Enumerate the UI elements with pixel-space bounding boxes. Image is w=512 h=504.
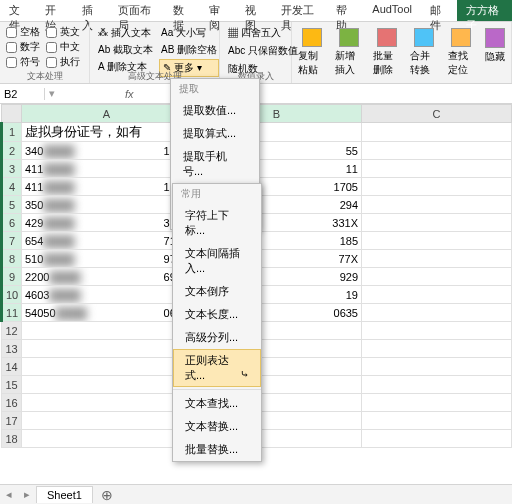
btn-del-space[interactable]: AB 删除空格 bbox=[159, 42, 219, 58]
row-header[interactable]: 17 bbox=[2, 412, 22, 430]
cell[interactable] bbox=[362, 430, 512, 448]
tab-审阅[interactable]: 审阅 bbox=[200, 0, 236, 21]
cell[interactable]: 411████1705 bbox=[22, 178, 192, 196]
cell[interactable] bbox=[22, 430, 192, 448]
cell[interactable] bbox=[362, 178, 512, 196]
cell[interactable] bbox=[362, 214, 512, 232]
cell[interactable] bbox=[22, 340, 192, 358]
row-header[interactable]: 13 bbox=[2, 340, 22, 358]
cell[interactable]: 4603████19 bbox=[22, 286, 192, 304]
cell[interactable] bbox=[362, 376, 512, 394]
menu-item[interactable]: 文本倒序 bbox=[173, 280, 261, 303]
btn-find[interactable]: 查找定位 bbox=[444, 26, 479, 79]
cell[interactable]: 54050████0635 bbox=[22, 304, 192, 322]
btn-hide[interactable]: 隐藏 bbox=[481, 26, 509, 79]
fx-icon[interactable]: fx bbox=[119, 88, 140, 100]
menu-item[interactable]: 批量替换... bbox=[173, 438, 261, 461]
tab-帮助[interactable]: 帮助 bbox=[327, 0, 363, 21]
tab-数据[interactable]: 数据 bbox=[164, 0, 200, 21]
cell[interactable] bbox=[22, 394, 192, 412]
row-header[interactable]: 1 bbox=[2, 123, 22, 142]
chk-chinese[interactable] bbox=[46, 42, 57, 53]
menu-item[interactable]: 提取算式... bbox=[171, 122, 259, 145]
btn-case[interactable]: Aa 大小写 bbox=[159, 25, 219, 41]
nav-next-icon[interactable]: ▸ bbox=[18, 488, 36, 501]
tab-开发工具[interactable]: 开发工具 bbox=[272, 0, 327, 21]
tab-插入[interactable]: 插入 bbox=[73, 0, 109, 21]
name-box[interactable]: B2 bbox=[0, 88, 45, 100]
col-header-A[interactable]: A bbox=[22, 105, 192, 123]
cell[interactable] bbox=[362, 286, 512, 304]
row-header[interactable]: 14 bbox=[2, 358, 22, 376]
cell[interactable] bbox=[362, 250, 512, 268]
row-header[interactable]: 4 bbox=[2, 178, 22, 196]
menu-item[interactable]: 字符上下标... bbox=[173, 204, 261, 242]
dropdown-icon[interactable]: ▾ bbox=[45, 87, 59, 100]
row-header[interactable]: 3 bbox=[2, 160, 22, 178]
tab-文件[interactable]: 文件 bbox=[0, 0, 36, 21]
cell[interactable] bbox=[362, 232, 512, 250]
cell[interactable]: 429████3312 bbox=[22, 214, 192, 232]
cell[interactable] bbox=[22, 376, 192, 394]
cell[interactable]: 340████1655 bbox=[22, 142, 192, 160]
cell[interactable] bbox=[362, 268, 512, 286]
btn-insert-new[interactable]: 新增插入 bbox=[331, 26, 366, 79]
menu-item[interactable]: 文本长度... bbox=[173, 303, 261, 326]
cell[interactable] bbox=[362, 394, 512, 412]
row-header[interactable]: 12 bbox=[2, 322, 22, 340]
col-header-C[interactable]: C bbox=[362, 105, 512, 123]
menu-item[interactable]: 文本间隔插入... bbox=[173, 242, 261, 280]
chk-space[interactable] bbox=[6, 27, 17, 38]
cell[interactable] bbox=[362, 123, 512, 142]
btn-round[interactable]: ▦ 四舍五入 bbox=[226, 25, 285, 41]
row-header[interactable]: 11 bbox=[2, 304, 22, 322]
cell[interactable] bbox=[362, 340, 512, 358]
tab-邮件[interactable]: 邮件 bbox=[421, 0, 457, 21]
cell[interactable] bbox=[362, 412, 512, 430]
row-header[interactable]: 9 bbox=[2, 268, 22, 286]
cell[interactable]: 虚拟身份证号，如有 bbox=[22, 123, 192, 142]
sheet-tab[interactable]: Sheet1 bbox=[36, 486, 93, 503]
cell[interactable] bbox=[362, 358, 512, 376]
row-header[interactable]: 2 bbox=[2, 142, 22, 160]
chk-exec[interactable] bbox=[46, 57, 57, 68]
cell[interactable]: 510████9772 bbox=[22, 250, 192, 268]
cell[interactable] bbox=[362, 142, 512, 160]
menu-item[interactable]: 高级分列... bbox=[173, 326, 261, 349]
cell[interactable] bbox=[362, 304, 512, 322]
btn-batch-del[interactable]: 批量删除 bbox=[369, 26, 404, 79]
row-header[interactable]: 15 bbox=[2, 376, 22, 394]
menu-item[interactable]: 正则表达式... ⤷ bbox=[173, 349, 261, 387]
tab-AudTool[interactable]: AudTool bbox=[363, 0, 421, 21]
row-header[interactable]: 7 bbox=[2, 232, 22, 250]
tab-开始[interactable]: 开始 bbox=[36, 0, 72, 21]
row-header[interactable]: 5 bbox=[2, 196, 22, 214]
add-sheet-icon[interactable]: ⊕ bbox=[93, 487, 121, 503]
menu-item[interactable]: 文本替换... bbox=[173, 415, 261, 438]
btn-keep-num[interactable]: Abc 只保留数值 bbox=[226, 43, 285, 59]
cell[interactable] bbox=[362, 160, 512, 178]
nav-prev-icon[interactable]: ◂ bbox=[0, 488, 18, 501]
tab-页面布局[interactable]: 页面布局 bbox=[109, 0, 164, 21]
btn-merge[interactable]: 合并转换 bbox=[406, 26, 441, 79]
cell[interactable]: 2200████6929 bbox=[22, 268, 192, 286]
cell[interactable] bbox=[22, 322, 192, 340]
cell[interactable]: 411████511 bbox=[22, 160, 192, 178]
cell[interactable] bbox=[22, 412, 192, 430]
row-header[interactable]: 10 bbox=[2, 286, 22, 304]
chk-english[interactable] bbox=[46, 27, 57, 38]
cell[interactable]: 350████294 bbox=[22, 196, 192, 214]
cell[interactable]: 654████7185 bbox=[22, 232, 192, 250]
btn-insert-text[interactable]: ⁂ 插入文本 bbox=[96, 25, 155, 41]
row-header[interactable]: 16 bbox=[2, 394, 22, 412]
row-header[interactable]: 18 bbox=[2, 430, 22, 448]
cell[interactable] bbox=[22, 358, 192, 376]
chk-symbol[interactable] bbox=[6, 57, 17, 68]
menu-item[interactable]: 文本查找... bbox=[173, 392, 261, 415]
cell[interactable] bbox=[362, 196, 512, 214]
menu-item[interactable]: 提取数值... bbox=[171, 99, 259, 122]
tab-方方格子[interactable]: 方方格子 bbox=[457, 0, 512, 21]
cell[interactable] bbox=[362, 322, 512, 340]
row-header[interactable]: 6 bbox=[2, 214, 22, 232]
menu-item[interactable]: 提取手机号... bbox=[171, 145, 259, 183]
